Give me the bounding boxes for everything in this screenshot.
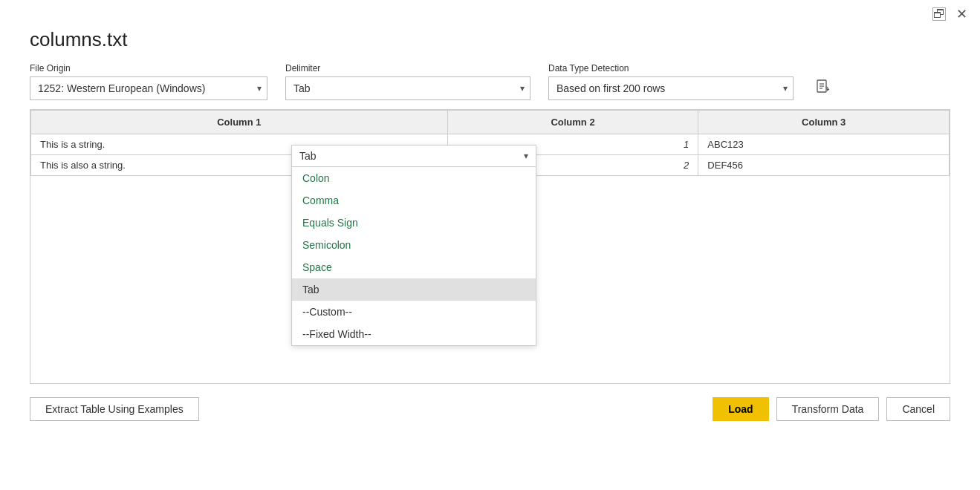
cancel-button[interactable]: Cancel — [886, 397, 950, 421]
footer-left: Extract Table Using Examples — [30, 397, 199, 421]
delimiter-dropdown-header[interactable]: Tab ▾ — [292, 146, 536, 167]
column-2-header: Column 2 — [447, 111, 698, 134]
window-title: columns.txt — [0, 21, 980, 63]
file-origin-select[interactable]: 1252: Western European (Windows) — [30, 76, 267, 100]
load-button[interactable]: Load — [713, 397, 768, 421]
data-type-wrapper: Based on first 200 rows ▾ — [548, 76, 794, 100]
delimiter-option-equals[interactable]: Equals Sign — [292, 212, 536, 234]
file-origin-wrapper: 1252: Western European (Windows) ▾ — [30, 76, 267, 100]
restore-button[interactable]: 🗗 — [932, 7, 946, 21]
delimiter-wrapper: Tab ▾ — [285, 76, 530, 100]
delimiter-group: Delimiter Tab ▾ — [285, 63, 530, 100]
transform-data-button[interactable]: Transform Data — [776, 397, 880, 421]
title-bar: 🗗 ✕ — [0, 0, 980, 21]
footer: Extract Table Using Examples Load Transf… — [0, 384, 980, 421]
delimiter-option-fixed-width[interactable]: --Fixed Width-- — [292, 323, 536, 345]
delimiter-option-comma[interactable]: Comma — [292, 189, 536, 212]
row2-col3: DEF456 — [698, 155, 950, 176]
delimiter-dropdown: Tab ▾ Colon Comma Equals Sign Semicolon … — [291, 145, 536, 346]
data-type-label: Data Type Detection — [548, 63, 794, 74]
footer-right: Load Transform Data Cancel — [713, 397, 950, 421]
delimiter-option-semicolon[interactable]: Semicolon — [292, 234, 536, 256]
delimiter-option-custom[interactable]: --Custom-- — [292, 301, 536, 323]
delimiter-option-space[interactable]: Space — [292, 256, 536, 278]
close-button[interactable]: ✕ — [955, 7, 968, 21]
delimiter-label: Delimiter — [285, 63, 530, 74]
column-1-header: Column 1 — [31, 111, 448, 134]
file-origin-group: File Origin 1252: Western European (Wind… — [30, 63, 267, 100]
data-type-select[interactable]: Based on first 200 rows — [548, 76, 794, 100]
row1-col3: ABC123 — [698, 134, 950, 155]
delimiter-option-colon[interactable]: Colon — [292, 167, 536, 189]
delimiter-value: Tab — [293, 82, 311, 94]
controls-row: File Origin 1252: Western European (Wind… — [0, 63, 980, 109]
extract-table-button[interactable]: Extract Table Using Examples — [30, 397, 199, 421]
delimiter-option-tab[interactable]: Tab — [292, 278, 536, 301]
refresh-button[interactable] — [811, 76, 835, 100]
refresh-icon — [815, 79, 831, 99]
table-header-row: Column 1 Column 2 Column 3 — [31, 111, 950, 134]
data-type-group: Data Type Detection Based on first 200 r… — [548, 63, 794, 100]
column-3-header: Column 3 — [698, 111, 950, 134]
delimiter-dropdown-chevron-icon: ▾ — [524, 151, 528, 161]
file-origin-label: File Origin — [30, 63, 267, 74]
delimiter-select[interactable]: Tab — [285, 76, 530, 100]
delimiter-dropdown-value: Tab — [299, 150, 317, 162]
